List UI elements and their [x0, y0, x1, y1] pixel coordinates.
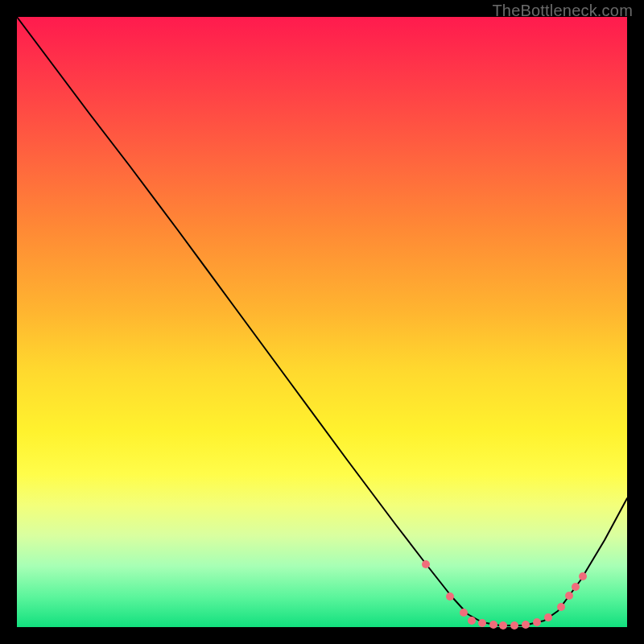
highlight-dot: [565, 592, 573, 600]
highlight-dot: [478, 619, 486, 627]
watermark-text: TheBottleneck.com: [492, 2, 633, 20]
highlight-dot: [579, 572, 587, 580]
chart-overlay-svg: [17, 17, 627, 627]
chart-frame: TheBottleneck.com: [0, 0, 644, 644]
highlight-dot: [572, 583, 580, 591]
highlight-dot: [557, 603, 565, 611]
highlight-dot: [533, 618, 541, 626]
highlight-dot: [489, 621, 497, 629]
highlight-dots-group: [422, 560, 587, 630]
highlight-dot: [544, 613, 552, 621]
bottleneck-curve: [17, 17, 627, 625]
highlight-dot: [499, 621, 507, 630]
highlight-dot: [460, 609, 468, 617]
highlight-dot: [522, 621, 530, 629]
highlight-dot: [446, 592, 454, 601]
highlight-dot: [510, 621, 518, 630]
highlight-dot: [422, 560, 430, 568]
highlight-dot: [468, 617, 476, 625]
